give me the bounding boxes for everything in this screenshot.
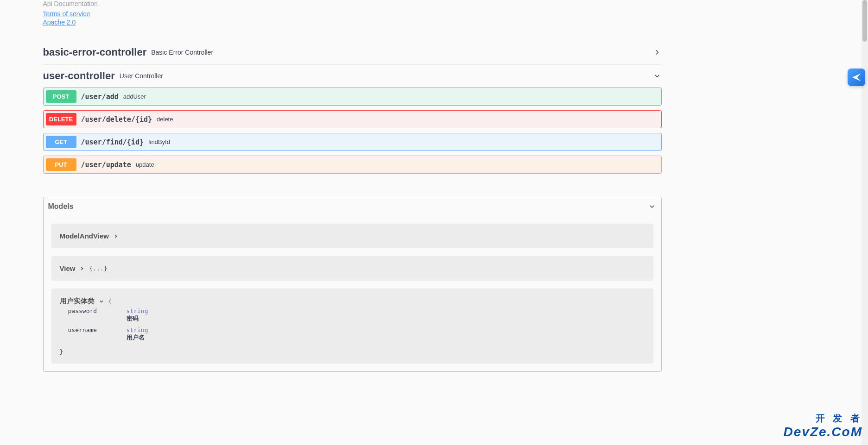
operation-get-user-find[interactable]: GET /user/find/{id} findById (43, 133, 662, 151)
operation-summary: addUser (123, 93, 146, 100)
scrollbar-thumb[interactable] (862, 0, 867, 42)
operation-delete-user-delete[interactable]: DELETE /user/delete/{id} delete (43, 110, 662, 128)
model-property-row: password string 密码 (68, 307, 645, 323)
operation-put-user-update[interactable]: PUT /user/update update (43, 156, 662, 174)
model-user-entity[interactable]: 用户实体类 { password string 密码 (51, 288, 653, 364)
tag-name: user-controller (43, 70, 115, 82)
tag-basic-error-controller: basic-error-controller Basic Error Contr… (43, 41, 662, 64)
tag-desc: Basic Error Controller (151, 49, 213, 56)
tag-desc: User Controller (120, 72, 163, 80)
operation-summary: delete (157, 116, 173, 123)
models-body: ModelAndView View {...} (44, 224, 661, 371)
chevron-right-icon (79, 265, 85, 272)
models-section: Models ModelAndView View (43, 197, 662, 372)
chevron-right-icon (653, 48, 662, 57)
model-name: 用户实体类 (60, 297, 95, 306)
operation-summary: findById (148, 138, 170, 145)
property-key: password (68, 307, 127, 323)
operation-path: /user/add (81, 93, 119, 101)
bird-assistant-icon[interactable] (848, 69, 865, 86)
tag-name: basic-error-controller (43, 46, 147, 58)
api-title: Api Documentation (43, 0, 662, 7)
method-badge: PUT (46, 158, 76, 171)
property-type: string (127, 307, 148, 314)
chevron-down-icon (653, 71, 662, 81)
property-type: string (127, 326, 148, 333)
property-desc: 密码 (127, 314, 148, 323)
model-modelandview[interactable]: ModelAndView (51, 224, 653, 248)
method-badge: GET (46, 136, 76, 148)
api-info-block: Api Documentation Terms of service Apach… (43, 0, 662, 41)
chevron-down-icon (98, 298, 105, 305)
operation-post-user-add[interactable]: POST /user/add addUser (43, 88, 662, 106)
brace-open: { (108, 298, 112, 305)
operation-path: /user/find/{id} (81, 138, 144, 146)
tag-header-user-controller[interactable]: user-controller User Controller (43, 64, 662, 88)
operation-summary: update (136, 161, 154, 168)
scrollbar[interactable] (862, 0, 868, 445)
method-badge: POST (46, 90, 76, 103)
models-title: Models (48, 202, 74, 211)
model-name: ModelAndView (60, 232, 109, 240)
license-link[interactable]: Apache 2.0 (43, 19, 662, 26)
tag-header-basic-error-controller[interactable]: basic-error-controller Basic Error Contr… (43, 41, 662, 64)
operation-path: /user/delete/{id} (81, 115, 152, 124)
operation-path: /user/update (81, 161, 131, 169)
model-inline-braces: {...} (89, 265, 107, 272)
models-header[interactable]: Models (44, 197, 661, 216)
method-badge: DELETE (46, 113, 76, 125)
watermark-cn: 开 发 者 (816, 412, 862, 425)
property-desc: 用户名 (127, 333, 148, 342)
tag-user-controller: user-controller User Controller POST /us… (43, 64, 662, 183)
property-key: username (68, 326, 127, 342)
model-property-row: username string 用户名 (68, 326, 645, 342)
chevron-down-icon (647, 202, 657, 211)
operations-list: POST /user/add addUser DELETE /user/dele… (43, 88, 662, 183)
model-view[interactable]: View {...} (51, 256, 653, 281)
watermark-en: DevZe.CoM (784, 425, 862, 439)
terms-of-service-link[interactable]: Terms of service (43, 10, 662, 18)
model-name: View (60, 264, 76, 272)
brace-close: } (60, 348, 63, 355)
chevron-right-icon (113, 233, 119, 239)
